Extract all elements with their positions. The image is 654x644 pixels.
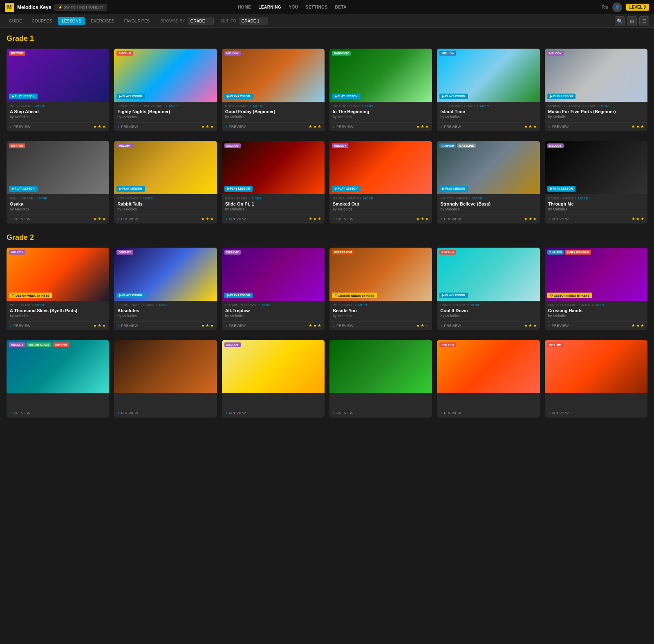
preview-row3-3[interactable]: ♪ PREVIEW — [225, 411, 246, 415]
more-link[interactable]: MORE — [595, 303, 605, 307]
lesson-thousand[interactable]: ⬡ DESIGN WEEK BY KEYS — [9, 293, 52, 298]
more-link[interactable]: MORE — [601, 104, 611, 108]
menu-button[interactable]: ☰ — [639, 16, 649, 26]
card-eighty-nights[interactable]: RHYTHM ▶ PLAY LESSON SYNTH ROCK / INDIE … — [114, 49, 217, 131]
play-osaka[interactable]: ▶ PLAY LESSON — [9, 186, 38, 192]
play-island-time[interactable]: ▶ PLAY LESSON — [439, 94, 468, 99]
card-slide-on[interactable]: MELODY ▶ PLAY LESSON KING / GRADE 1 MORE… — [222, 141, 325, 224]
lesson-beside-you[interactable]: ⬡ LESSON NEEDS BY KEYS — [332, 293, 377, 298]
play-step-ahead[interactable]: ▶ PLAY LESSON — [9, 94, 38, 99]
card-crossing-hands[interactable]: 2 HANDS DAILY WARMUP ⬡ LESSON NEEDS BY K… — [545, 248, 647, 330]
skip-to-select[interactable]: GRADE 1 — [239, 18, 268, 25]
subnav-lessons[interactable]: LESSONS — [58, 17, 85, 25]
card-music-five[interactable]: MELODY ▶ PLAY LESSON MINIMAL / CLASSICAL… — [545, 49, 647, 131]
nav-learning[interactable]: LEARNING — [258, 5, 281, 9]
subnav-exercises[interactable]: EXERCISES — [87, 17, 118, 25]
more-link[interactable]: MORE — [358, 303, 368, 307]
avatar[interactable]: 👤 — [612, 2, 622, 12]
play-music-five[interactable]: ▶ PLAY LESSON — [547, 94, 576, 99]
play-slide[interactable]: ▶ PLAY LESSON — [224, 186, 253, 192]
preview-rabbit[interactable]: ♪ PREVIEW — [117, 217, 138, 221]
preview-strongly[interactable]: ♪ PREVIEW — [440, 217, 461, 221]
card-cool-it-down[interactable]: RHYTHM ▶ PLAY LESSON DANCE / GRADE 2 MOR… — [437, 248, 540, 330]
card-row3-3[interactable]: MELODY ♪ PREVIEW — [222, 340, 325, 418]
preview-thousand[interactable]: ♪ PREVIEW — [10, 323, 31, 328]
nav-beta[interactable]: BETA — [335, 5, 347, 9]
preview-eighty-nights[interactable]: ♪ PREVIEW — [117, 124, 138, 129]
preview-row3-2[interactable]: ♪ PREVIEW — [117, 411, 138, 415]
preview-through[interactable]: ♪ PREVIEW — [548, 217, 569, 221]
nav-you[interactable]: YOU — [289, 5, 298, 9]
card-thousand-skies[interactable]: MELODY ⬡ DESIGN WEEK BY KEYS POP / GRADE… — [7, 248, 109, 330]
more-link[interactable]: MORE — [472, 197, 482, 200]
preview-osaka[interactable]: ♪ PREVIEW — [10, 217, 31, 221]
play-eighty-nights[interactable]: ▶ PLAY LESSON — [116, 94, 145, 99]
more-link[interactable]: MORE — [470, 303, 480, 307]
preview-row3-5[interactable]: ♪ PREVIEW — [440, 411, 461, 415]
preview-beginning[interactable]: ♪ PREVIEW — [333, 124, 354, 129]
card-row3-4[interactable]: ♪ PREVIEW — [329, 340, 432, 418]
play-absolutes[interactable]: ▶ PLAY LESSON — [116, 293, 145, 298]
subnav-guide[interactable]: GUIDE — [5, 17, 26, 25]
preview-step-ahead[interactable]: ♪ PREVIEW — [10, 124, 31, 129]
more-link[interactable]: MORE — [578, 197, 588, 200]
more-link[interactable]: MORE — [363, 197, 373, 200]
preview-alt-treptow[interactable]: ♪ PREVIEW — [225, 323, 246, 328]
card-row3-5[interactable]: RHYTHM ♪ PREVIEW — [437, 340, 540, 418]
preview-cool-down[interactable]: ♪ PREVIEW — [440, 323, 461, 328]
preview-island-time[interactable]: ♪ PREVIEW — [440, 124, 461, 129]
more-link[interactable]: MORE — [169, 104, 179, 108]
browse-by-select[interactable]: GRADE — [188, 18, 214, 25]
card-island-time[interactable]: MELLOW ▶ PLAY LESSON ELECTRONIC / GRADE … — [437, 49, 540, 131]
card-row3-2[interactable]: ♪ PREVIEW — [114, 340, 217, 418]
preview-smoked[interactable]: ♪ PREVIEW — [333, 217, 354, 221]
card-alt-treptow[interactable]: DREAMY ▶ PLAY LESSON UN RAINED / GRADE 2… — [222, 248, 325, 330]
card-absolutes[interactable]: DREAMY ▶ PLAY LESSON FUTURE BASS / GRADE… — [114, 248, 217, 330]
preview-music-five[interactable]: ♪ PREVIEW — [548, 124, 569, 129]
preview-good-friday[interactable]: ♪ PREVIEW — [225, 124, 246, 129]
play-alt-treptow[interactable]: ▶ PLAY LESSON — [224, 293, 253, 298]
card-row3-6[interactable]: RHYTHM ♪ PREVIEW — [545, 340, 647, 418]
preview-slide[interactable]: ♪ PREVIEW — [225, 217, 246, 221]
more-link[interactable]: MORE — [253, 104, 263, 108]
preview-row3-1[interactable]: ♪ PREVIEW — [10, 411, 31, 415]
subnav-favourites[interactable]: FAVOURITES — [120, 17, 154, 25]
card-row3-1[interactable]: MELODY MAJOR SCALE RHYTHM ♪ PREVIEW — [7, 340, 109, 418]
more-link[interactable]: MORE — [36, 104, 45, 108]
card-osaka[interactable]: RHYTHM ▶ PLAY LESSON FUNK / GRADE 1 MORE… — [7, 141, 109, 224]
play-through[interactable]: ▶ PLAY LESSON — [547, 186, 576, 192]
card-in-the-beginning[interactable]: HARMONY ▶ PLAY LESSON HIP HOP / GRADE 1 … — [329, 49, 432, 131]
more-link[interactable]: MORE — [252, 197, 262, 200]
card-strongly-believe[interactable]: C MINOR BASSLINE ▶ PLAY LESSON HIP POP /… — [437, 141, 540, 224]
card-rabbit-tails[interactable]: MELODY ▶ PLAY LESSON POP / GRADE 1 MORE … — [114, 141, 217, 224]
more-link[interactable]: MORE — [159, 303, 169, 307]
lesson-crossing[interactable]: ⬡ LESSON NEEDS BY KEYS — [547, 293, 592, 298]
play-good-friday[interactable]: ▶ PLAY LESSON — [224, 94, 253, 99]
more-link[interactable]: MORE — [480, 104, 490, 108]
preview-crossing[interactable]: ♪ PREVIEW — [548, 323, 569, 328]
preview-row3-4[interactable]: ♪ PREVIEW — [333, 411, 354, 415]
grid-view-button[interactable]: ⊞ — [627, 16, 637, 26]
preview-absolutes[interactable]: ♪ PREVIEW — [117, 323, 138, 328]
play-rabbit[interactable]: ▶ PLAY LESSON — [116, 186, 145, 192]
card-good-friday[interactable]: MELODY ▶ PLAY LESSON ROCK / GRADE 1 MORE… — [222, 49, 325, 131]
card-step-ahead[interactable]: RHYTHM ▶ PLAY LESSON POP / GRADE 1 MORE … — [7, 49, 109, 131]
more-link[interactable]: MORE — [143, 197, 153, 200]
more-link[interactable]: MORE — [365, 104, 374, 108]
more-link[interactable]: MORE — [38, 197, 47, 200]
card-through-me[interactable]: MELODY ▶ PLAY LESSON DANCE / GRADE 1 MOR… — [545, 141, 647, 224]
nav-home[interactable]: HOME — [238, 5, 251, 9]
more-link[interactable]: MORE — [262, 303, 271, 307]
play-strongly[interactable]: ▶ PLAY LESSON — [439, 186, 468, 192]
card-smoked-out[interactable]: MELODY ▶ PLAY LESSON GAMES / GRADE 1 MOR… — [329, 141, 432, 224]
play-beginning[interactable]: ▶ PLAY LESSON — [332, 94, 361, 99]
subnav-courses[interactable]: COURSES — [28, 17, 56, 25]
preview-row3-6[interactable]: ♪ PREVIEW — [548, 411, 569, 415]
switch-instrument-button[interactable]: ⚡ SWITCH INSTRUMENT — [54, 4, 107, 11]
nav-settings[interactable]: SETTINGS — [306, 5, 328, 9]
card-beside-you[interactable]: EXPRESSIVE ⬡ LESSON NEEDS BY KEYS POP / … — [329, 248, 432, 330]
logo-icon[interactable]: M — [5, 3, 14, 12]
more-link[interactable]: MORE — [36, 303, 45, 307]
preview-beside-you[interactable]: ♪ PREVIEW — [333, 323, 354, 328]
play-cool-down[interactable]: ▶ PLAY LESSON — [439, 293, 468, 298]
